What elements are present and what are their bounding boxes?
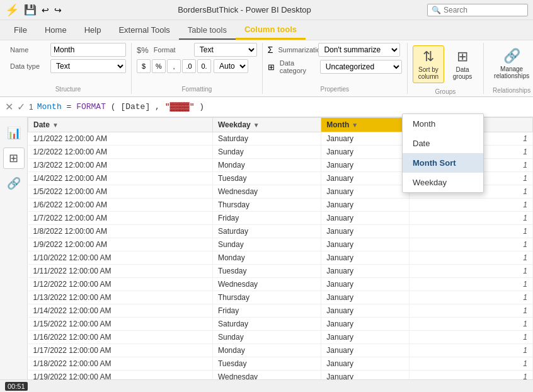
col-header-month[interactable]: Month ▼: [321, 118, 409, 132]
cell-weekday: Tuesday: [212, 172, 321, 185]
decimal-inc-button[interactable]: .0: [182, 59, 196, 73]
cell-date: 1/18/2022 12:00:00 AM: [28, 357, 213, 371]
cell-month: January: [321, 331, 409, 344]
redo-icon[interactable]: ↪: [54, 5, 62, 15]
dropdown-item[interactable]: Date: [403, 134, 483, 153]
cell-date: 1/10/2022 12:00:00 AM: [28, 251, 213, 265]
table-row: 1/11/2022 12:00:00 AM Tuesday January 1: [28, 265, 533, 278]
cell-month: January: [321, 278, 409, 291]
decimal-dec-button[interactable]: 0.: [197, 59, 211, 73]
cell-monthsort: 1: [409, 199, 532, 212]
cell-date: 1/17/2022 12:00:00 AM: [28, 344, 213, 357]
cell-weekday: Wednesday: [212, 278, 321, 291]
relationships-icon: 🔗: [503, 48, 520, 64]
groups-label: Data groups: [452, 66, 473, 80]
cell-month: January: [321, 318, 409, 331]
cell-monthsort: 1: [409, 238, 532, 251]
formula-comma: ,: [155, 102, 160, 112]
time-badge: 00:51: [5, 382, 28, 391]
formula-line-num: 1: [29, 103, 33, 112]
search-box[interactable]: 🔍: [427, 4, 528, 16]
cell-monthsort: 1: [409, 304, 532, 318]
cell-month: January: [321, 357, 409, 371]
cell-monthsort: 1: [409, 357, 532, 371]
tab-home[interactable]: Home: [36, 21, 76, 40]
dropdown-item[interactable]: Month: [403, 114, 483, 134]
status-bar: 00:51: [0, 379, 533, 392]
title-bar-left: ⚡ 💾 ↩ ↪: [5, 3, 62, 17]
dollar-button[interactable]: $: [137, 59, 151, 73]
tab-help[interactable]: Help: [76, 21, 110, 40]
cell-weekday: Saturday: [212, 318, 321, 331]
cell-date: 1/14/2022 12:00:00 AM: [28, 304, 213, 318]
table-row: 1/7/2022 12:00:00 AM Friday January 1: [28, 212, 533, 225]
data-category-row: ⊞ Data category Uncategorized: [268, 59, 402, 74]
summarization-select[interactable]: Don't summarize: [318, 43, 400, 57]
formula-content[interactable]: Month = FORMAT ( [Date] , "▓▓▓▓" ): [37, 102, 528, 112]
cell-month: January: [321, 238, 409, 251]
sort-icon: ⇅: [423, 49, 434, 65]
formula-equals: =: [67, 102, 77, 112]
ribbon-tabs: File Home Help External Tools Table tool…: [0, 20, 533, 40]
formula-func-name: FORMAT: [76, 102, 106, 112]
auto-select[interactable]: Auto: [214, 59, 248, 73]
table-row: 1/15/2022 12:00:00 AM Saturday January 1: [28, 318, 533, 331]
col-header-weekday[interactable]: Weekday ▼: [212, 118, 321, 132]
formula-paren-close: ): [199, 102, 204, 112]
manage-relationships-button[interactable]: 🔗 Manage relationships: [489, 45, 533, 82]
sigma-icon: Σ: [268, 45, 273, 55]
tab-column-tools[interactable]: Column tools: [236, 21, 306, 40]
relationships-label: Manage relationships: [494, 66, 529, 79]
percent-button[interactable]: %: [152, 59, 166, 73]
save-icon[interactable]: 💾: [24, 4, 37, 16]
format-select[interactable]: Text: [194, 43, 257, 57]
search-icon: 🔍: [432, 6, 441, 14]
search-input[interactable]: [444, 6, 525, 14]
cell-month: January: [321, 291, 409, 304]
app-icon: ⚡: [5, 3, 19, 17]
cell-month: January: [321, 159, 409, 172]
dropdown-item[interactable]: Weekday: [403, 173, 483, 192]
sort-by-column-button[interactable]: ⇅ Sort by column: [413, 45, 444, 83]
manage-rel-row: 🔗 Manage relationships: [489, 43, 533, 84]
cell-date: 1/5/2022 12:00:00 AM: [28, 185, 213, 199]
data-category-select[interactable]: Uncategorized: [320, 60, 402, 74]
comma-button[interactable]: ,: [167, 59, 181, 73]
cell-date: 1/13/2022 12:00:00 AM: [28, 291, 213, 304]
datatype-select[interactable]: Text: [50, 59, 126, 73]
large-buttons-row: ⇅ Sort by column ⊞ Data groups: [413, 43, 478, 86]
tab-external-tools[interactable]: External Tools: [110, 21, 178, 40]
cell-monthsort: 1: [409, 331, 532, 344]
cell-weekday: Tuesday: [212, 357, 321, 371]
name-input[interactable]: [50, 43, 126, 57]
cell-weekday: Sunday: [212, 331, 321, 344]
cell-date: 1/12/2022 12:00:00 AM: [28, 278, 213, 291]
col-header-date[interactable]: Date ▼: [28, 118, 213, 132]
dropdown-item[interactable]: Month Sort: [403, 153, 483, 173]
sort-dropdown-menu[interactable]: MonthDateMonth SortWeekday: [402, 113, 484, 193]
col-weekday-filter-icon[interactable]: ▼: [253, 122, 260, 129]
table-row: 1/6/2022 12:00:00 AM Thursday January 1: [28, 199, 533, 212]
undo-icon[interactable]: ↩: [42, 5, 49, 15]
formatting-label: Formatting: [182, 86, 212, 94]
data-groups-button[interactable]: ⊞ Data groups: [447, 46, 478, 83]
cell-month: January: [321, 199, 409, 212]
cell-monthsort: 1: [409, 251, 532, 265]
ribbon-section-formatting: $% Format Text $ % , .0 0. Auto Formatti…: [132, 43, 263, 94]
ribbon: Name Data type Text Structure $% Format …: [0, 40, 533, 97]
sidebar-icon-table[interactable]: ⊞: [3, 147, 25, 169]
datatype-label: Data type: [10, 62, 48, 70]
sort-label: Sort by column: [418, 66, 438, 80]
search-area[interactable]: 🔍: [427, 4, 528, 16]
tab-table-tools[interactable]: Table tools: [179, 21, 236, 40]
col-month-filter-icon[interactable]: ▼: [352, 122, 358, 129]
formula-close-button[interactable]: ✕: [5, 101, 13, 113]
sidebar-icon-report[interactable]: 📊: [3, 122, 25, 144]
cell-month: January: [321, 185, 409, 199]
formula-check-button[interactable]: ✓: [17, 101, 25, 113]
cell-date: 1/2/2022 12:00:00 AM: [28, 146, 213, 159]
sidebar-icon-model[interactable]: 🔗: [3, 173, 25, 194]
tab-file[interactable]: File: [5, 21, 36, 40]
cell-monthsort: 1: [409, 344, 532, 357]
col-date-filter-icon[interactable]: ▼: [52, 122, 59, 129]
